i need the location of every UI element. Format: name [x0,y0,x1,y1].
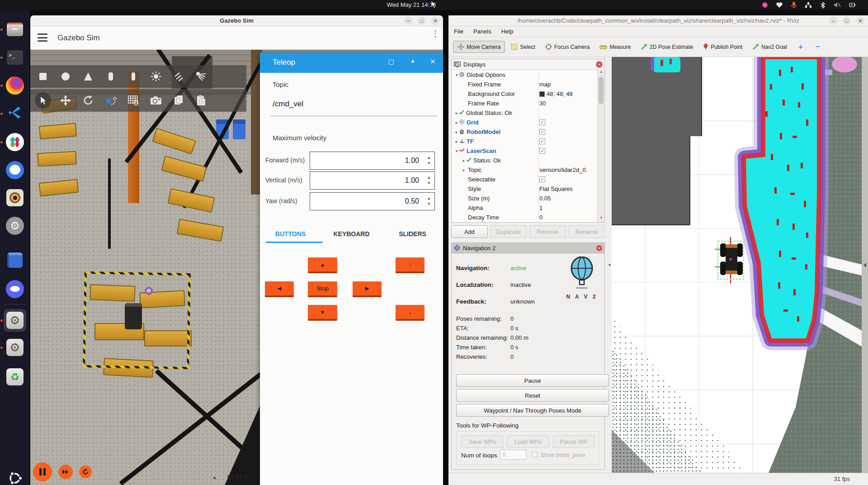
left-button[interactable]: ◀ [265,281,294,297]
tool-nav2-goal[interactable]: Nav2 Goal [748,41,791,52]
maximize-button[interactable]: □ [843,17,851,25]
dock-item-gazebo[interactable]: ⚙ [4,309,26,331]
displays-tree-row[interactable]: ▸Status: Ok [452,156,598,165]
displays-tree-row[interactable]: Alpha1 [452,203,598,213]
spinner-arrows-icon[interactable]: ▲▼ [427,196,431,207]
menu-help[interactable]: Help [501,28,514,35]
point-light-icon[interactable] [148,68,164,85]
expander-icon[interactable]: ▸ [462,158,466,163]
enabled-checkbox[interactable]: ✓ [539,176,545,182]
minimize-button[interactable]: – [829,17,837,25]
display-value[interactable]: 0 [539,214,542,221]
enabled-checkbox[interactable]: ✓ [539,119,545,125]
num-of-loops-input[interactable]: 0 [500,450,526,460]
dock-item-settings[interactable]: ⚙ [4,215,26,237]
dock-item-terminal[interactable]: >_ [4,47,26,68]
tool-2d-pose-estimate[interactable]: 2D Pose Estimate [637,41,697,52]
copy-icon[interactable] [170,92,187,109]
collapse-button[interactable]: ▲ [408,58,418,67]
muted-speaker-icon[interactable] [834,1,841,9]
spinner-arrows-icon[interactable]: ▲▼ [427,155,431,166]
heart-icon[interactable] [776,1,783,9]
dock-item-firefox[interactable] [4,75,26,96]
recording-indicator-icon[interactable] [761,1,769,9]
down-button[interactable]: ▼ [308,305,337,321]
expander-icon[interactable]: ▸ [454,120,459,125]
menu-panels[interactable]: Panels [473,28,491,35]
displays-tree-row[interactable]: Fixed Framemap [452,80,598,89]
display-value[interactable]: ✓ [539,148,545,154]
display-value[interactable]: ✓ [539,119,545,125]
display-value[interactable]: ✓ [539,129,545,135]
panel-collapse-icon[interactable]: ◂ [608,262,610,267]
up-button[interactable]: ▲ [308,257,337,273]
reset-sim-button[interactable] [79,466,92,478]
grid-icon[interactable] [125,92,142,109]
tool-publish-point[interactable]: Publish Point [699,41,746,52]
displays-tree-row[interactable]: Background Color48; 48; 48 [452,89,598,99]
system-tray[interactable] [761,1,855,9]
scrollbar[interactable]: ▲ ▼ [597,70,604,222]
dock-item-vscode[interactable] [4,103,26,124]
float-button[interactable]: ▢ [386,58,396,67]
teleop-header[interactable]: Teleop ▢ ▲ ✕ [260,52,443,73]
velocity-input[interactable]: 1.00▲▼ [310,152,435,170]
display-value[interactable]: 0.05 [539,195,551,202]
translate-icon[interactable] [57,92,74,109]
displays-tree-row[interactable]: StyleFlat Squares [452,184,598,194]
tab-buttons[interactable]: BUTTONS [260,227,321,243]
enabled-checkbox[interactable]: ✓ [539,138,545,144]
snap-icon[interactable] [103,92,119,109]
displays-tree-row[interactable]: Selectable✓ [452,175,598,184]
expander-icon[interactable]: ▾ [454,149,459,153]
display-value[interactable]: 30 [539,100,546,107]
display-value[interactable]: map [539,81,551,88]
directional-light-icon[interactable] [170,68,187,85]
dock-item-slack[interactable] [4,131,26,153]
step-button[interactable] [58,465,73,479]
dock-item-signal[interactable] [4,159,26,181]
rviz-3d-view[interactable] [612,57,868,473]
displays-tree-row[interactable]: ▸Global Status: Ok [452,108,598,118]
minimize-button[interactable]: – [404,17,412,25]
topic-input[interactable]: /cmd_vel [273,100,303,109]
dock-item-ubuntu-logo[interactable] [4,468,26,485]
store-initial-pose-checkbox[interactable] [532,452,538,457]
expander-icon[interactable]: ▸ [454,130,459,134]
spot-light-icon[interactable] [193,68,209,85]
maximize-button[interactable]: □ [418,17,426,25]
alt-down-button[interactable]: ↓ [396,305,425,321]
dock-item-trash[interactable]: ♻ [4,366,26,388]
dock-item-rhythmbox[interactable] [4,187,26,209]
reset-button[interactable]: Reset [456,389,609,402]
bluetooth-icon[interactable] [819,1,826,9]
dock-item-virtualbox[interactable] [4,249,26,271]
expander-icon[interactable]: ▾ [454,73,459,77]
network-icon[interactable] [805,1,812,9]
spinner-arrows-icon[interactable]: ▲▼ [427,175,431,186]
cylinder-icon[interactable] [103,68,119,85]
displays-tree-row[interactable]: Size (m)0.05 [452,194,598,203]
enabled-checkbox[interactable]: ✓ [539,148,545,154]
gazebo-titlebar[interactable]: Gazebo Sim – □ ✕ [30,15,443,26]
cone-icon[interactable] [80,68,96,85]
tool-focus-camera[interactable]: Focus Camera [541,41,594,52]
alt-up-button[interactable]: ↑ [396,257,425,273]
displays-tree-row[interactable]: ▾Global Options [452,70,598,80]
display-value[interactable]: 1 [539,204,542,211]
cube-icon[interactable] [35,68,51,85]
close-panel-button[interactable]: ✕ [596,61,603,68]
close-button[interactable]: ✕ [431,17,439,25]
tool-measure[interactable]: Measure [595,42,635,52]
paste-icon[interactable] [193,92,209,109]
add-tool-button[interactable]: + [793,42,808,52]
displays-tree-row[interactable]: Frame Rate30 [452,99,598,108]
menu-file[interactable]: File [454,28,463,35]
expander-icon[interactable]: ▸ [454,111,459,115]
displays-tree-row[interactable]: ▸TF✓ [452,137,598,146]
displays-tree-row[interactable]: Decay Time0 [452,213,598,222]
screenshot-icon[interactable] [148,92,164,109]
tab-sliders[interactable]: SLIDERS [382,227,443,243]
microphone-icon[interactable] [790,1,797,9]
scroll-down-icon[interactable]: ▼ [598,216,605,222]
